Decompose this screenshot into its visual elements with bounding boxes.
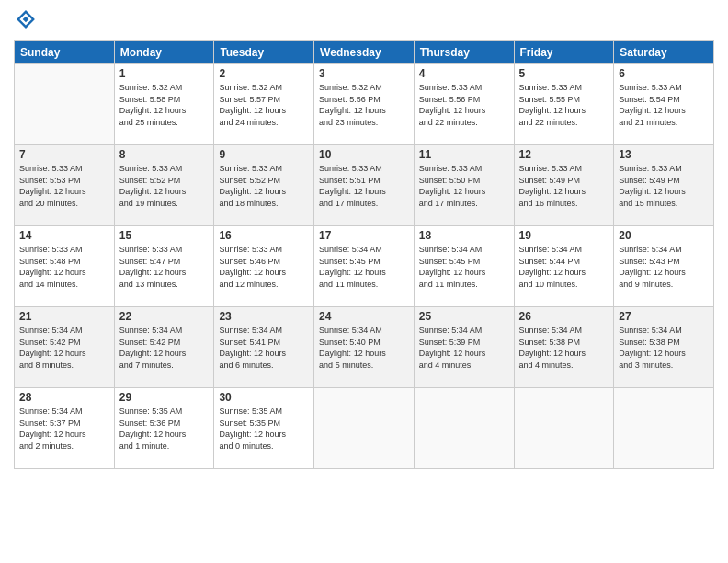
calendar-week-row: 1Sunrise: 5:32 AM Sunset: 5:58 PM Daylig… (15, 64, 714, 145)
day-number: 18 (419, 229, 509, 242)
calendar-cell: 11Sunrise: 5:33 AM Sunset: 5:50 PM Dayli… (414, 145, 514, 226)
calendar-cell: 29Sunrise: 5:35 AM Sunset: 5:36 PM Dayli… (114, 388, 214, 469)
calendar-cell: 4Sunrise: 5:33 AM Sunset: 5:56 PM Daylig… (414, 64, 514, 145)
calendar-cell: 12Sunrise: 5:33 AM Sunset: 5:49 PM Dayli… (514, 145, 614, 226)
day-number: 3 (319, 67, 409, 80)
calendar-cell: 21Sunrise: 5:34 AM Sunset: 5:42 PM Dayli… (15, 307, 115, 388)
calendar-cell: 8Sunrise: 5:33 AM Sunset: 5:52 PM Daylig… (114, 145, 214, 226)
day-info: Sunrise: 5:34 AM Sunset: 5:45 PM Dayligh… (319, 244, 409, 290)
day-number: 29 (119, 391, 210, 404)
day-number: 26 (519, 310, 609, 323)
day-number: 11 (419, 148, 509, 161)
day-info: Sunrise: 5:32 AM Sunset: 5:58 PM Dayligh… (119, 82, 210, 128)
logo-icon (16, 9, 36, 29)
logo (14, 9, 40, 33)
day-number: 12 (519, 148, 609, 161)
day-info: Sunrise: 5:32 AM Sunset: 5:57 PM Dayligh… (219, 82, 309, 128)
calendar-cell: 3Sunrise: 5:32 AM Sunset: 5:56 PM Daylig… (314, 64, 415, 145)
calendar-cell: 23Sunrise: 5:34 AM Sunset: 5:41 PM Dayli… (214, 307, 314, 388)
calendar-cell: 27Sunrise: 5:34 AM Sunset: 5:38 PM Dayli… (614, 307, 714, 388)
day-number: 9 (219, 148, 309, 161)
day-info: Sunrise: 5:34 AM Sunset: 5:45 PM Dayligh… (419, 244, 509, 290)
calendar-header-friday: Friday (514, 41, 614, 64)
calendar-header-tuesday: Tuesday (214, 41, 314, 64)
calendar-cell (514, 388, 614, 469)
day-number: 16 (219, 229, 309, 242)
calendar-cell (15, 64, 115, 145)
calendar-cell: 5Sunrise: 5:33 AM Sunset: 5:55 PM Daylig… (514, 64, 614, 145)
day-number: 7 (19, 148, 109, 161)
day-info: Sunrise: 5:33 AM Sunset: 5:51 PM Dayligh… (319, 163, 409, 209)
day-info: Sunrise: 5:33 AM Sunset: 5:52 PM Dayligh… (219, 163, 309, 209)
calendar-week-row: 28Sunrise: 5:34 AM Sunset: 5:37 PM Dayli… (15, 388, 714, 469)
calendar-header-sunday: Sunday (15, 41, 115, 64)
day-number: 27 (619, 310, 709, 323)
calendar-cell: 22Sunrise: 5:34 AM Sunset: 5:42 PM Dayli… (114, 307, 214, 388)
header (14, 9, 714, 33)
day-number: 8 (119, 148, 210, 161)
day-info: Sunrise: 5:35 AM Sunset: 5:35 PM Dayligh… (219, 406, 309, 452)
day-number: 1 (119, 67, 210, 80)
calendar-cell: 20Sunrise: 5:34 AM Sunset: 5:43 PM Dayli… (614, 226, 714, 307)
day-info: Sunrise: 5:34 AM Sunset: 5:38 PM Dayligh… (519, 325, 609, 371)
day-info: Sunrise: 5:33 AM Sunset: 5:53 PM Dayligh… (19, 163, 109, 209)
calendar-cell: 15Sunrise: 5:33 AM Sunset: 5:47 PM Dayli… (114, 226, 214, 307)
calendar-cell: 7Sunrise: 5:33 AM Sunset: 5:53 PM Daylig… (15, 145, 115, 226)
calendar-cell (614, 388, 714, 469)
day-info: Sunrise: 5:33 AM Sunset: 5:48 PM Dayligh… (19, 244, 109, 290)
day-info: Sunrise: 5:32 AM Sunset: 5:56 PM Dayligh… (319, 82, 409, 128)
day-number: 30 (219, 391, 309, 404)
calendar-cell: 18Sunrise: 5:34 AM Sunset: 5:45 PM Dayli… (414, 226, 514, 307)
calendar-cell: 24Sunrise: 5:34 AM Sunset: 5:40 PM Dayli… (314, 307, 415, 388)
day-number: 10 (319, 148, 409, 161)
calendar-cell (414, 388, 514, 469)
day-info: Sunrise: 5:34 AM Sunset: 5:42 PM Dayligh… (119, 325, 210, 371)
calendar-cell: 26Sunrise: 5:34 AM Sunset: 5:38 PM Dayli… (514, 307, 614, 388)
day-info: Sunrise: 5:33 AM Sunset: 5:50 PM Dayligh… (419, 163, 509, 209)
day-info: Sunrise: 5:33 AM Sunset: 5:54 PM Dayligh… (619, 82, 709, 128)
calendar-week-row: 7Sunrise: 5:33 AM Sunset: 5:53 PM Daylig… (15, 145, 714, 226)
day-info: Sunrise: 5:33 AM Sunset: 5:47 PM Dayligh… (119, 244, 210, 290)
day-info: Sunrise: 5:33 AM Sunset: 5:49 PM Dayligh… (619, 163, 709, 209)
day-info: Sunrise: 5:33 AM Sunset: 5:56 PM Dayligh… (419, 82, 509, 128)
calendar-header-wednesday: Wednesday (314, 41, 415, 64)
calendar-header-row: SundayMondayTuesdayWednesdayThursdayFrid… (15, 41, 714, 64)
day-number: 24 (319, 310, 409, 323)
day-info: Sunrise: 5:34 AM Sunset: 5:41 PM Dayligh… (219, 325, 309, 371)
calendar-cell: 25Sunrise: 5:34 AM Sunset: 5:39 PM Dayli… (414, 307, 514, 388)
day-number: 5 (519, 67, 609, 80)
day-number: 17 (319, 229, 409, 242)
day-number: 13 (619, 148, 709, 161)
calendar-week-row: 14Sunrise: 5:33 AM Sunset: 5:48 PM Dayli… (15, 226, 714, 307)
day-number: 2 (219, 67, 309, 80)
calendar-cell: 14Sunrise: 5:33 AM Sunset: 5:48 PM Dayli… (15, 226, 115, 307)
day-number: 23 (219, 310, 309, 323)
calendar-cell: 2Sunrise: 5:32 AM Sunset: 5:57 PM Daylig… (214, 64, 314, 145)
day-info: Sunrise: 5:34 AM Sunset: 5:42 PM Dayligh… (19, 325, 109, 371)
day-info: Sunrise: 5:35 AM Sunset: 5:36 PM Dayligh… (119, 406, 210, 452)
calendar-week-row: 21Sunrise: 5:34 AM Sunset: 5:42 PM Dayli… (15, 307, 714, 388)
day-number: 22 (119, 310, 210, 323)
day-number: 25 (419, 310, 509, 323)
calendar-cell: 30Sunrise: 5:35 AM Sunset: 5:35 PM Dayli… (214, 388, 314, 469)
day-info: Sunrise: 5:34 AM Sunset: 5:40 PM Dayligh… (319, 325, 409, 371)
calendar-cell: 13Sunrise: 5:33 AM Sunset: 5:49 PM Dayli… (614, 145, 714, 226)
calendar-header-saturday: Saturday (614, 41, 714, 64)
day-info: Sunrise: 5:34 AM Sunset: 5:37 PM Dayligh… (19, 406, 109, 452)
day-info: Sunrise: 5:34 AM Sunset: 5:43 PM Dayligh… (619, 244, 709, 290)
page: SundayMondayTuesdayWednesdayThursdayFrid… (0, 0, 728, 563)
calendar-header-monday: Monday (114, 41, 214, 64)
day-number: 28 (19, 391, 109, 404)
calendar-cell: 16Sunrise: 5:33 AM Sunset: 5:46 PM Dayli… (214, 226, 314, 307)
day-number: 19 (519, 229, 609, 242)
day-number: 15 (119, 229, 210, 242)
day-number: 4 (419, 67, 509, 80)
calendar-cell (314, 388, 415, 469)
day-number: 21 (19, 310, 109, 323)
day-info: Sunrise: 5:33 AM Sunset: 5:52 PM Dayligh… (119, 163, 210, 209)
day-info: Sunrise: 5:33 AM Sunset: 5:46 PM Dayligh… (219, 244, 309, 290)
day-info: Sunrise: 5:33 AM Sunset: 5:49 PM Dayligh… (519, 163, 609, 209)
calendar-cell: 28Sunrise: 5:34 AM Sunset: 5:37 PM Dayli… (15, 388, 115, 469)
calendar-table: SundayMondayTuesdayWednesdayThursdayFrid… (14, 40, 714, 469)
day-info: Sunrise: 5:34 AM Sunset: 5:38 PM Dayligh… (619, 325, 709, 371)
